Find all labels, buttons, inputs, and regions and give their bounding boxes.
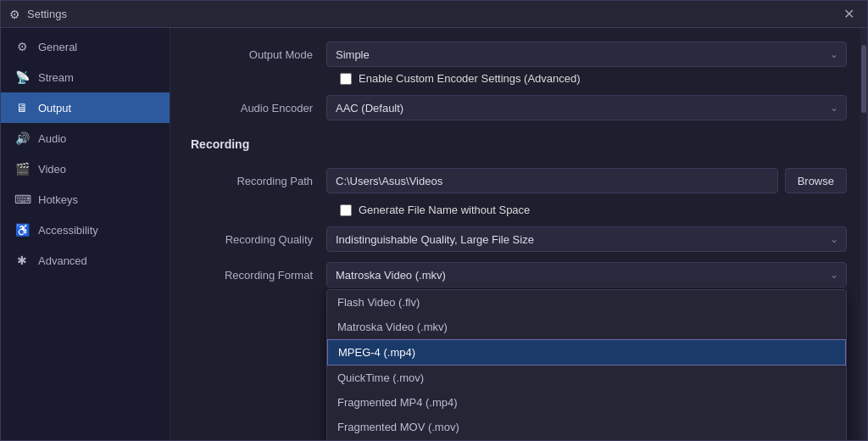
dropdown-item-mkv[interactable]: Matroska Video (.mkv) [327,315,846,339]
video-icon: 🎬 [14,162,30,176]
generate-filename-checkbox[interactable] [340,204,352,216]
gear-icon: ⚙ [14,40,30,53]
recording-section-header: Recording [191,137,847,156]
dropdown-item-mov[interactable]: QuickTime (.mov) [327,366,846,390]
recording-format-select[interactable]: Matroska Video (.mkv) [326,262,847,287]
stream-icon: 📡 [14,70,30,84]
audio-icon: 🔊 [14,131,30,145]
output-icon: 🖥 [14,101,30,114]
generate-filename-label: Generate File Name without Space [359,204,530,216]
hotkeys-icon: ⌨ [14,193,30,206]
advanced-icon: ✱ [14,254,30,267]
custom-encoder-row: Enable Custom Encoder Settings (Advanced… [340,72,847,85]
scrollbar-thumb[interactable] [861,45,866,113]
audio-encoder-select[interactable]: AAC (Default) [326,95,847,120]
sidebar-label-video: Video [38,163,66,176]
sidebar-item-output[interactable]: 🖥 Output [1,92,170,123]
sidebar-item-accessibility[interactable]: ♿ Accessibility [1,215,170,245]
sidebar-label-output: Output [38,102,71,114]
recording-path-control: Browse [326,168,847,193]
recording-quality-label: Recording Quality [191,233,326,246]
browse-button[interactable]: Browse [785,168,847,193]
output-mode-label: Output Mode [191,48,326,61]
output-mode-control: Simple [326,42,847,67]
custom-encoder-checkbox[interactable] [340,73,352,85]
recording-quality-select[interactable]: Indistinguishable Quality, Large File Si… [326,226,847,252]
accessibility-icon: ♿ [14,223,30,237]
recording-path-label: Recording Path [191,175,326,187]
custom-encoder-label: Enable Custom Encoder Settings (Advanced… [359,72,581,85]
settings-icon: ⚙ [9,8,20,21]
main-content: Output Mode Simple Enable Custom Encoder… [170,28,867,440]
recording-quality-row: Recording Quality Indistinguishable Qual… [191,226,847,252]
window-title: Settings [27,8,67,20]
sidebar: ⚙ General 📡 Stream 🖥 Output 🔊 Audio 🎬 Vi… [1,28,170,440]
sidebar-label-accessibility: Accessibility [38,224,98,237]
output-mode-select[interactable]: Simple [326,42,847,67]
recording-format-label: Recording Format [191,269,326,282]
sidebar-label-audio: Audio [38,132,66,145]
sidebar-item-stream[interactable]: 📡 Stream [1,62,170,92]
dropdown-item-fmp4[interactable]: Fragmented MP4 (.mp4) [327,390,846,415]
recording-format-control: Matroska Video (.mkv) Flash Video (.flv)… [326,262,847,287]
recording-path-input[interactable] [326,168,778,193]
sidebar-item-audio[interactable]: 🔊 Audio [1,123,170,154]
settings-window: ⚙ Settings ✕ ⚙ General 📡 Stream 🖥 Output… [0,0,868,441]
dropdown-item-mp4[interactable]: MPEG-4 (.mp4) [327,339,846,366]
sidebar-label-general: General [38,41,77,53]
sidebar-label-hotkeys: Hotkeys [38,193,78,206]
sidebar-item-hotkeys[interactable]: ⌨ Hotkeys [1,184,170,215]
sidebar-label-advanced: Advanced [38,254,87,267]
recording-format-dropdown: Flash Video (.flv)Matroska Video (.mkv)M… [326,289,847,440]
generate-filename-row: Generate File Name without Space [340,204,847,216]
recording-path-row: Recording Path Browse [191,168,847,193]
scrollbar[interactable] [860,28,867,440]
recording-format-row: Recording Format Matroska Video (.mkv) F… [191,262,847,287]
dropdown-item-flv[interactable]: Flash Video (.flv) [327,290,846,315]
audio-encoder-row: Audio Encoder AAC (Default) [191,95,847,120]
titlebar: ⚙ Settings ✕ [1,1,867,28]
titlebar-left: ⚙ Settings [9,8,67,21]
recording-format-select-wrapper: Matroska Video (.mkv) [326,262,847,287]
content-area: ⚙ General 📡 Stream 🖥 Output 🔊 Audio 🎬 Vi… [1,28,867,440]
sidebar-label-stream: Stream [38,71,74,84]
sidebar-item-video[interactable]: 🎬 Video [1,154,170,184]
sidebar-item-general[interactable]: ⚙ General [1,31,170,62]
close-button[interactable]: ✕ [838,4,859,25]
dropdown-item-fmov[interactable]: Fragmented MOV (.mov) [327,415,846,439]
audio-encoder-control: AAC (Default) [326,95,847,120]
recording-quality-control: Indistinguishable Quality, Large File Si… [326,226,847,252]
sidebar-item-advanced[interactable]: ✱ Advanced [1,245,170,276]
output-mode-row: Output Mode Simple [191,42,847,67]
dropdown-item-ts[interactable]: MPEG-TS (.ts) [327,439,846,440]
audio-encoder-label: Audio Encoder [191,102,326,114]
